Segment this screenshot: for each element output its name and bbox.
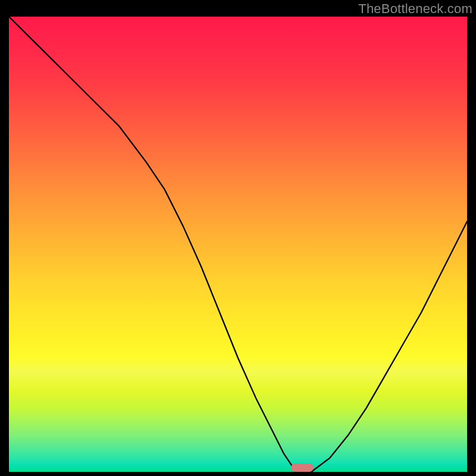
chart-frame: TheBottleneck.com — [0, 0, 476, 476]
curve-svg — [9, 17, 467, 472]
watermark-text: TheBottleneck.com — [358, 1, 472, 17]
bottleneck-curve — [9, 17, 467, 472]
minimum-marker — [291, 464, 314, 472]
plot-area — [9, 17, 467, 472]
